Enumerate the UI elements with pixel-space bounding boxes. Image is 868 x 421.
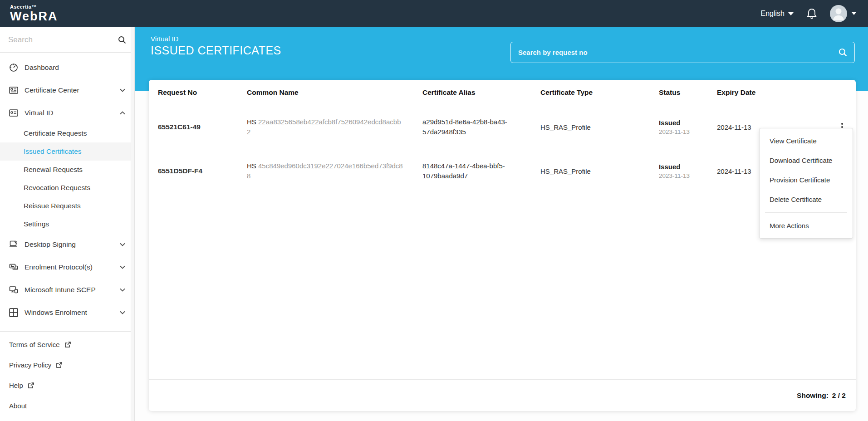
chevron-down-icon	[120, 288, 125, 292]
col-common-name: Common Name	[247, 88, 422, 97]
col-certificate-type: Certificate Type	[540, 88, 659, 97]
link-help[interactable]: Help	[0, 375, 134, 396]
status-cell: Issued 2023-11-13	[659, 163, 717, 179]
showing-value: 2 / 2	[832, 392, 846, 400]
menu-separator	[765, 212, 847, 213]
sidebar-item-certificate-requests[interactable]: Certificate Requests	[0, 124, 134, 142]
link-about[interactable]: About	[0, 396, 134, 416]
common-name-hash: 45c849ed960dc3192e227024e166b5ed73f9dc88	[247, 162, 403, 180]
status-badge: Issued	[659, 163, 717, 171]
col-request-no: Request No	[158, 88, 247, 97]
chevron-down-icon	[120, 243, 125, 246]
menu-item-view-certificate[interactable]: View Certificate	[760, 131, 853, 151]
sidebar-item-label: Windows Enrolment	[25, 308, 87, 317]
certificate-type-cell: HS_RAS_Profile	[540, 123, 659, 131]
request-search-box	[510, 42, 855, 63]
search-icon[interactable]	[118, 36, 126, 44]
col-status: Status	[659, 88, 717, 97]
sub-item-label: Certificate Requests	[24, 129, 87, 137]
avatar-caret-icon	[852, 12, 856, 15]
footer-link-label: About	[9, 402, 27, 410]
status-date: 2023-11-13	[659, 128, 717, 135]
col-expiry-date: Expiry Date	[717, 88, 829, 97]
sidebar-item-reissue-requests[interactable]: Reissue Requests	[0, 197, 134, 215]
sidebar-item-desktop-signing[interactable]: Desktop Signing	[0, 233, 134, 256]
status-date: 2023-11-13	[659, 172, 717, 179]
language-selector[interactable]: English	[761, 10, 794, 18]
issued-certificates-card: Request No Common Name Certificate Alias…	[149, 80, 856, 411]
external-link-icon	[64, 341, 71, 348]
table-footer: Showing: 2 / 2	[149, 379, 856, 411]
sidebar-item-label: Desktop Signing	[25, 240, 76, 249]
external-link-icon	[56, 362, 63, 368]
certificate-alias-cell: a29d951d-8e6a-42b8-ba43-57da2948f335	[422, 117, 513, 137]
chevron-down-icon	[120, 311, 125, 314]
sub-item-label: Settings	[24, 220, 49, 228]
sidebar-item-virtual-id[interactable]: Virtual ID	[0, 102, 134, 124]
sidebar-item-microsoft-intune-scep[interactable]: Microsoft Intune SCEP	[0, 279, 134, 301]
sub-item-label: Renewal Requests	[24, 166, 83, 174]
common-name-prefix: HS	[247, 162, 256, 170]
sidebar: Dashboard Certificate Center Virtual	[0, 27, 135, 421]
request-no-link[interactable]: 65521C61-49	[158, 123, 201, 131]
sub-item-label: Revocation Requests	[24, 184, 90, 192]
sidebar-item-renewal-requests[interactable]: Renewal Requests	[0, 161, 134, 179]
language-caret-icon	[788, 12, 794, 15]
chevron-down-icon	[120, 265, 125, 269]
link-terms-of-service[interactable]: Terms of Service	[0, 334, 134, 355]
common-name-hash: 22aa8325658eb422afcb8f75260942edcd8acbb2	[247, 118, 401, 136]
link-privacy-policy[interactable]: Privacy Policy	[0, 355, 134, 375]
enrolment-protocol-icon	[9, 263, 18, 272]
sidebar-item-certificate-center[interactable]: Certificate Center	[0, 79, 134, 102]
common-name-cell: HS 45c849ed960dc3192e227024e166b5ed73f9d…	[247, 161, 403, 181]
col-certificate-alias: Certificate Alias	[422, 88, 540, 97]
sidebar-search-input[interactable]	[8, 35, 114, 44]
table-row: 6551D5DF-F4 HS 45c849ed960dc3192e227024e…	[149, 149, 856, 193]
main-area: Virtual ID ISSUED CERTIFICATES Request N…	[135, 27, 868, 421]
search-icon[interactable]	[839, 48, 847, 57]
virtual-id-icon	[9, 108, 18, 117]
page-head: Virtual ID ISSUED CERTIFICATES	[151, 35, 281, 57]
notifications-button[interactable]	[806, 8, 817, 20]
footer-link-label: Help	[9, 382, 23, 389]
brand-ascertia: Ascertia™	[10, 5, 58, 10]
request-search-input[interactable]	[518, 49, 839, 56]
breadcrumb: Virtual ID	[151, 35, 281, 43]
sidebar-item-label: Enrolment Protocol(s)	[25, 263, 93, 271]
sidebar-item-dashboard[interactable]: Dashboard	[0, 56, 134, 79]
row-context-menu: View Certificate Download Certificate Pr…	[759, 128, 853, 239]
sidebar-item-label: Dashboard	[25, 64, 59, 72]
table-header-row: Request No Common Name Certificate Alias…	[149, 80, 856, 105]
desktop-signing-icon	[9, 240, 18, 249]
sidebar-footer: Terms of Service Privacy Policy Help	[0, 332, 134, 416]
status-cell: Issued 2023-11-13	[659, 119, 717, 135]
user-menu[interactable]	[830, 5, 856, 22]
menu-item-delete-certificate[interactable]: Delete Certificate	[760, 190, 853, 209]
sidebar-item-settings[interactable]: Settings	[0, 215, 134, 233]
sidebar-item-label: Virtual ID	[25, 109, 53, 117]
sidebar-item-windows-enrolment[interactable]: Windows Enrolment	[0, 301, 134, 324]
brand-webra: WebRA	[10, 10, 58, 23]
sub-item-label: Issued Certificates	[24, 147, 82, 156]
sidebar-item-revocation-requests[interactable]: Revocation Requests	[0, 179, 134, 197]
external-link-icon	[28, 382, 34, 389]
menu-item-provision-certificate[interactable]: Provision Certificate	[760, 170, 853, 190]
page-title: ISSUED CERTIFICATES	[151, 44, 281, 57]
common-name-cell: HS 22aa8325658eb422afcb8f75260942edcd8ac…	[247, 117, 403, 137]
request-no-link[interactable]: 6551D5DF-F4	[158, 167, 202, 175]
menu-item-download-certificate[interactable]: Download Certificate	[760, 151, 853, 170]
bell-icon	[806, 8, 817, 20]
menu-item-more-actions[interactable]: More Actions	[760, 216, 853, 235]
sub-item-label: Reissue Requests	[24, 202, 81, 210]
chevron-down-icon	[120, 88, 125, 92]
content-area: Dashboard Certificate Center Virtual	[0, 27, 868, 421]
footer-link-label: Terms of Service	[9, 341, 60, 348]
status-badge: Issued	[659, 119, 717, 127]
sidebar-item-enrolment-protocols[interactable]: Enrolment Protocol(s)	[0, 256, 134, 279]
sidebar-item-issued-certificates[interactable]: Issued Certificates	[0, 142, 134, 161]
top-navbar: Ascertia™ WebRA English	[0, 0, 868, 27]
navbar-right: English	[761, 5, 856, 22]
brand-logo: Ascertia™ WebRA	[10, 5, 58, 23]
chevron-up-icon	[120, 111, 125, 115]
app-root: Ascertia™ WebRA English	[0, 0, 868, 421]
